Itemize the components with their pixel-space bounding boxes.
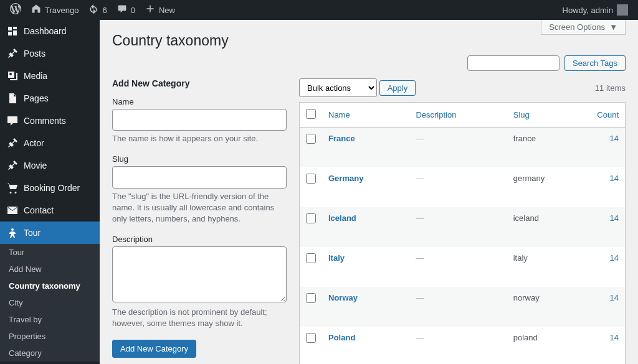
term-description: —	[416, 293, 424, 302]
row-checkbox[interactable]	[306, 213, 316, 223]
submenu-item-city[interactable]: City	[0, 294, 100, 311]
col-description[interactable]: Description	[416, 110, 456, 119]
menu-item-actor[interactable]: Actor	[0, 132, 100, 154]
menu-item-booking-order[interactable]: Booking Order	[0, 177, 100, 199]
dashboard-icon	[6, 25, 19, 37]
menu-label: Media	[24, 71, 47, 81]
menu-item-posts[interactable]: Posts	[0, 42, 100, 65]
term-slug: italy	[507, 247, 588, 287]
howdy-text: Howdy, admin	[563, 6, 613, 15]
items-count: 11 items	[595, 83, 626, 93]
mail-icon	[6, 204, 19, 217]
avatar-icon	[617, 4, 628, 16]
term-slug: germany	[507, 167, 588, 207]
select-all-checkbox[interactable]	[306, 109, 316, 119]
add-new-heading: Add New Category	[112, 78, 287, 88]
slug-input[interactable]	[112, 166, 287, 188]
content-area: Screen Options ▼ Country taxonomy Search…	[100, 20, 638, 364]
slug-help: The "slug" is the URL-friendly version o…	[112, 191, 287, 225]
bulk-actions-select[interactable]: Bulk actions	[299, 78, 377, 97]
row-checkbox[interactable]	[306, 174, 316, 184]
submenu-item-category[interactable]: Category	[0, 345, 100, 362]
description-help: The description is not prominent by defa…	[112, 307, 287, 329]
new-content-link[interactable]: New	[140, 0, 180, 20]
pin-icon	[6, 47, 19, 60]
menu-item-country[interactable]: Country	[0, 362, 100, 364]
menu-label: Contact	[24, 205, 54, 215]
menu-item-contact[interactable]: Contact	[0, 199, 100, 222]
term-name-link[interactable]: Germany	[328, 174, 363, 183]
screen-options-toggle[interactable]: Screen Options ▼	[541, 20, 626, 35]
table-row: France—france14	[300, 128, 626, 167]
wp-logo[interactable]	[5, 0, 26, 20]
comment-icon	[6, 114, 19, 127]
submenu-item-country-taxonomy[interactable]: Country taxonomy	[0, 278, 100, 294]
menu-item-dashboard[interactable]: Dashboard	[0, 20, 100, 42]
term-slug: poland	[507, 327, 588, 365]
term-count-link[interactable]: 14	[610, 333, 619, 342]
menu-item-media[interactable]: Media	[0, 65, 100, 87]
col-slug[interactable]: Slug	[513, 110, 530, 119]
wordpress-icon	[10, 3, 21, 17]
row-checkbox[interactable]	[306, 333, 316, 343]
menu-label: Movie	[24, 161, 47, 170]
pin-icon	[6, 159, 19, 172]
menu-label: Tour	[24, 228, 40, 238]
menu-item-movie[interactable]: Movie	[0, 154, 100, 177]
menu-label: Actor	[24, 138, 44, 148]
terms-table: Name Description Slug Count France—franc…	[299, 102, 626, 364]
term-name-link[interactable]: Norway	[328, 293, 358, 302]
description-input[interactable]	[112, 246, 287, 302]
term-slug: france	[507, 128, 588, 167]
apply-button[interactable]: Apply	[379, 80, 416, 96]
row-checkbox[interactable]	[306, 134, 316, 144]
update-icon	[88, 4, 98, 16]
menu-item-tour[interactable]: Tour	[0, 222, 100, 244]
menu-item-comments[interactable]: Comments	[0, 110, 100, 132]
term-name-link[interactable]: Iceland	[328, 213, 356, 223]
menu-label: Pages	[24, 93, 49, 103]
submenu-item-properties[interactable]: Properties	[0, 328, 100, 345]
term-count-link[interactable]: 14	[610, 174, 619, 183]
col-count[interactable]: Count	[597, 110, 619, 119]
updates-count: 6	[102, 6, 107, 15]
name-help: The name is how it appears on your site.	[112, 133, 287, 144]
home-icon	[31, 4, 41, 16]
site-name-link[interactable]: Travengo	[26, 0, 83, 20]
term-name-link[interactable]: Italy	[328, 253, 345, 263]
submenu-item-travel-by[interactable]: Travel by	[0, 311, 100, 328]
term-count-link[interactable]: 14	[610, 134, 619, 143]
row-checkbox[interactable]	[306, 293, 316, 303]
term-description: —	[416, 253, 424, 263]
table-row: Norway—norway14	[300, 287, 626, 327]
tour-icon	[6, 226, 19, 239]
term-description: —	[416, 213, 424, 223]
term-slug: iceland	[507, 207, 588, 247]
menu-label: Comments	[24, 116, 66, 126]
cart-icon	[6, 182, 19, 194]
submenu-item-tour[interactable]: Tour	[0, 244, 100, 261]
term-name-link[interactable]: France	[328, 134, 355, 143]
add-category-button[interactable]: Add New Category	[112, 340, 196, 358]
term-count-link[interactable]: 14	[610, 253, 619, 263]
name-input[interactable]	[112, 109, 287, 131]
submenu-item-add-new[interactable]: Add New	[0, 261, 100, 278]
term-description: —	[416, 134, 424, 143]
term-count-link[interactable]: 14	[610, 293, 619, 302]
svg-point-0	[11, 228, 14, 231]
my-account-link[interactable]: Howdy, admin	[558, 0, 633, 20]
slug-label: Slug	[112, 154, 287, 164]
submenu-tour: TourAdd NewCountry taxonomyCityTravel by…	[0, 244, 100, 362]
menu-item-pages[interactable]: Pages	[0, 87, 100, 110]
comment-icon	[117, 4, 127, 16]
updates-link[interactable]: 6	[83, 0, 112, 20]
search-button[interactable]: Search Tags	[564, 55, 626, 71]
term-count-link[interactable]: 14	[610, 213, 619, 223]
name-label: Name	[112, 97, 287, 106]
comments-link[interactable]: 0	[112, 0, 140, 20]
col-name[interactable]: Name	[328, 110, 350, 119]
search-input[interactable]	[467, 55, 559, 71]
term-description: —	[416, 174, 424, 183]
row-checkbox[interactable]	[306, 253, 316, 263]
term-name-link[interactable]: Poland	[328, 333, 355, 342]
